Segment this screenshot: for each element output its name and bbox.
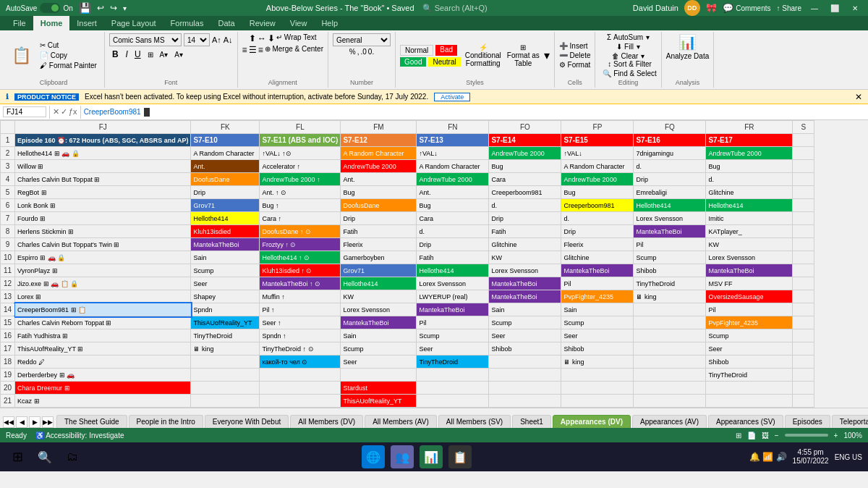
sheet-tab-8[interactable]: Appearances (AV): [632, 415, 707, 428]
notice-close-icon[interactable]: ✕: [855, 92, 862, 102]
cell-s11[interactable]: [793, 264, 814, 277]
sheet-tab-7[interactable]: Appearances (DV): [553, 415, 631, 428]
cell-fn14[interactable]: MantekaTheBoi: [417, 303, 489, 316]
cell-fo3[interactable]: Bug: [489, 160, 561, 173]
start-menu-btn[interactable]: ⊞: [6, 445, 29, 468]
insert-cells-btn[interactable]: ➕ Insert: [559, 42, 591, 50]
search-bar[interactable]: 🔍 Search (Alt+Q): [422, 4, 488, 12]
cell-fm10[interactable]: Gamerboyben: [341, 251, 417, 264]
cell-fp15[interactable]: Scump: [561, 316, 634, 329]
italic-btn[interactable]: I: [124, 49, 130, 60]
cell-fm12[interactable]: Hellothe414: [341, 277, 417, 290]
cell-fo19[interactable]: [489, 369, 561, 382]
analyze-data-btn[interactable]: Analyze Data: [666, 52, 709, 60]
cell-s19[interactable]: [793, 369, 814, 382]
cell-fq16[interactable]: [634, 329, 706, 342]
wrap-text-btn[interactable]: ↵ Wrap Text: [276, 33, 316, 43]
cell-fn15[interactable]: Pil: [417, 316, 489, 329]
sheet-tab-0[interactable]: The Sheet Guide: [56, 415, 127, 428]
cell-fr6[interactable]: Hellothe414: [706, 199, 793, 212]
cell-s18[interactable]: [793, 356, 814, 369]
cell-fm20[interactable]: Stardust: [341, 382, 417, 395]
fill-dropdown[interactable]: ▾: [637, 43, 640, 51]
cell-fj15[interactable]: Charles Calvin Reborn Toppat ⊞: [15, 316, 191, 329]
cell-fl4[interactable]: AndrewTube 2000 ↑: [260, 173, 341, 186]
cell-fj3[interactable]: Willow ⊞: [15, 160, 191, 173]
cell-fm7[interactable]: Drip: [341, 212, 417, 225]
cell-fq1[interactable]: S7-E16: [634, 134, 706, 147]
cell-fj5[interactable]: RegBot ⊞: [15, 186, 191, 199]
cell-fl5[interactable]: Ant. ↑ ⊙: [260, 186, 341, 199]
cell-fl10[interactable]: Hellothe414 ↑ ⊙: [260, 251, 341, 264]
cell-fr8[interactable]: KATplayer_: [706, 225, 793, 238]
tab-formulas[interactable]: Formulas: [163, 16, 211, 30]
cell-fl7[interactable]: Cara ↑: [260, 212, 341, 225]
cell-fl6[interactable]: Bug ↑: [260, 199, 341, 212]
cell-fl8[interactable]: DoofusDane ↑ ⊙: [260, 225, 341, 238]
cell-fl17[interactable]: TinyTheDroid ↑ ⊙: [260, 342, 341, 356]
cell-fo21[interactable]: [489, 395, 561, 408]
cell-fo18[interactable]: [489, 356, 561, 369]
cell-fk20[interactable]: [191, 382, 260, 395]
align-mid-btn[interactable]: ↔: [258, 33, 266, 43]
minimize-btn[interactable]: —: [807, 3, 822, 13]
zoom-out-btn[interactable]: −: [775, 432, 779, 439]
cell-fl14[interactable]: Pil ↑: [260, 303, 341, 316]
view-page-icon[interactable]: 📄: [747, 432, 756, 439]
cell-fp18[interactable]: 🖥 king: [561, 356, 634, 369]
cell-fp19[interactable]: [561, 369, 634, 382]
cell-fp9[interactable]: Fleerix: [561, 238, 634, 251]
font-color-btn[interactable]: A▾: [172, 50, 185, 59]
cell-fj9[interactable]: Charles Calvin But Toppat's Twin ⊞: [15, 238, 191, 251]
col-header-fm[interactable]: FM: [341, 121, 417, 134]
cell-fp14[interactable]: Sain: [561, 303, 634, 316]
cell-s4[interactable]: [793, 173, 814, 186]
cell-fn2[interactable]: ↑VAL↓: [417, 147, 489, 160]
cell-fq10[interactable]: Scump: [634, 251, 706, 264]
cell-fj12[interactable]: Jizo.exe ⊞ 🚗 📋 🔒: [15, 277, 191, 290]
cell-fn19[interactable]: [417, 369, 489, 382]
cell-fm6[interactable]: DoofusDane: [341, 199, 417, 212]
cell-s5[interactable]: [793, 186, 814, 199]
cell-fo4[interactable]: Cara: [489, 173, 561, 186]
fill-color-btn[interactable]: A▾: [158, 50, 171, 59]
tab-scroll-left-btn[interactable]: ◀◀: [3, 416, 14, 428]
tab-scroll-right-btn[interactable]: ▶▶: [42, 416, 54, 428]
cell-s2[interactable]: [793, 147, 814, 160]
cell-fl16[interactable]: Spndn ↑: [260, 329, 341, 342]
cell-s10[interactable]: [793, 251, 814, 264]
cell-fo10[interactable]: KW: [489, 251, 561, 264]
comments-btn[interactable]: 💬 Comments: [723, 3, 771, 13]
cell-fp4[interactable]: AndrewTube 2000: [561, 173, 634, 186]
cell-fo12[interactable]: MantekaTheBoi: [489, 277, 561, 290]
cell-fn3[interactable]: A Random Character: [417, 160, 489, 173]
cell-s3[interactable]: [793, 160, 814, 173]
cell-fq6[interactable]: Hellothe414: [634, 199, 706, 212]
cell-fo15[interactable]: Scump: [489, 316, 561, 329]
border-btn[interactable]: ⊞: [145, 50, 156, 59]
tab-review[interactable]: Review: [242, 16, 283, 30]
cell-fp21[interactable]: [561, 395, 634, 408]
cell-fj1[interactable]: Episode 160 ⏰: 672 Hours (ABS, SGC, ABSR…: [15, 134, 191, 147]
cell-fj11[interactable]: VyronPlayz ⊞: [15, 264, 191, 277]
find-select-btn[interactable]: 🔍 Find & Select: [603, 70, 656, 77]
cell-fn16[interactable]: Scump: [417, 329, 489, 342]
cut-btn[interactable]: ✂ Cut: [37, 41, 100, 50]
autosave-toggle[interactable]: [40, 3, 60, 13]
sheet-tab-2[interactable]: Everyone With Debut: [205, 415, 289, 428]
clear-btn[interactable]: 🗑 Clear: [612, 52, 639, 60]
cell-fq2[interactable]: 7dnigamingu: [634, 147, 706, 160]
cell-fr17[interactable]: Seer: [706, 342, 793, 356]
taskbar-app4-icon[interactable]: 📋: [448, 445, 472, 468]
sheet-tab-4[interactable]: All Members (AV): [365, 415, 437, 428]
cell-fr19[interactable]: TinyTheDroid: [706, 369, 793, 382]
cell-fm9[interactable]: Fleerix: [341, 238, 417, 251]
align-bot-btn[interactable]: ⬇: [268, 33, 275, 43]
sort-filter-btn[interactable]: ↕ Sort & Filter: [608, 60, 652, 68]
style-normal-btn[interactable]: Normal: [400, 45, 433, 56]
cell-fn11[interactable]: Hellothe414: [417, 264, 489, 277]
cell-fm13[interactable]: KW: [341, 290, 417, 303]
cell-fp2[interactable]: ↑VAL↓: [561, 147, 634, 160]
cell-fq9[interactable]: Pil: [634, 238, 706, 251]
taskbar-excel-icon[interactable]: 📊: [420, 445, 443, 468]
